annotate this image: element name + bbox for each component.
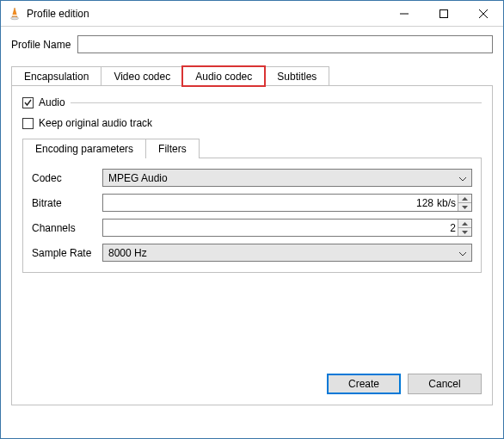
- tab-video-codec[interactable]: Video codec: [101, 66, 183, 86]
- tab-audio-codec[interactable]: Audio codec: [182, 66, 265, 86]
- subtab-filters[interactable]: Filters: [145, 139, 200, 158]
- sub-tabs: Encoding parameters Filters: [22, 138, 482, 158]
- tab-panel-audio: Audio Keep original audio track Encoding…: [11, 85, 493, 405]
- keep-original-checkbox[interactable]: [22, 118, 34, 129]
- bitrate-up-button[interactable]: [458, 195, 471, 203]
- minimize-button[interactable]: [384, 1, 424, 27]
- svg-rect-0: [12, 15, 17, 15]
- main-tabs: Encapsulation Video codec Audio codec Su…: [11, 65, 493, 85]
- keep-original-label: Keep original audio track: [39, 117, 152, 129]
- svg-point-1: [11, 16, 19, 19]
- bitrate-value: 128: [103, 197, 437, 209]
- subtab-encoding[interactable]: Encoding parameters: [22, 139, 146, 158]
- svg-rect-3: [440, 9, 448, 17]
- bitrate-label: Bitrate: [32, 197, 102, 209]
- chevron-down-icon: [459, 247, 466, 259]
- channels-spinner[interactable]: 2: [102, 219, 472, 237]
- maximize-button[interactable]: [424, 1, 464, 27]
- app-icon: [8, 7, 22, 21]
- tab-encapsulation[interactable]: Encapsulation: [11, 66, 101, 86]
- bitrate-spinner[interactable]: 128 kb/s: [102, 194, 472, 212]
- titlebar: Profile edition: [1, 1, 503, 27]
- codec-value: MPEG Audio: [108, 172, 168, 184]
- divider: [71, 102, 482, 103]
- close-button[interactable]: [464, 1, 503, 27]
- create-button[interactable]: Create: [327, 374, 401, 394]
- bitrate-down-button[interactable]: [458, 203, 471, 211]
- audio-checkbox[interactable]: [22, 97, 34, 108]
- encoding-panel: Codec MPEG Audio Bitrate 128 kb/s: [22, 158, 482, 273]
- samplerate-label: Sample Rate: [32, 247, 102, 259]
- profile-name-label: Profile Name: [11, 39, 71, 51]
- channels-up-button[interactable]: [458, 220, 471, 228]
- codec-label: Codec: [32, 172, 102, 184]
- profile-name-input[interactable]: [77, 35, 493, 53]
- dialog-buttons: Create Cancel: [327, 374, 482, 394]
- channels-down-button[interactable]: [458, 228, 471, 236]
- tab-subtitles[interactable]: Subtitles: [264, 66, 329, 86]
- cancel-button[interactable]: Cancel: [408, 374, 482, 394]
- window-title: Profile edition: [27, 8, 384, 20]
- codec-select[interactable]: MPEG Audio: [102, 169, 472, 187]
- channels-label: Channels: [32, 222, 102, 234]
- chevron-down-icon: [459, 172, 466, 184]
- samplerate-value: 8000 Hz: [108, 247, 147, 259]
- content-area: Profile Name Encapsulation Video codec A…: [1, 27, 503, 416]
- channels-value: 2: [103, 222, 471, 234]
- samplerate-select[interactable]: 8000 Hz: [102, 244, 472, 262]
- audio-section-label: Audio: [39, 96, 65, 108]
